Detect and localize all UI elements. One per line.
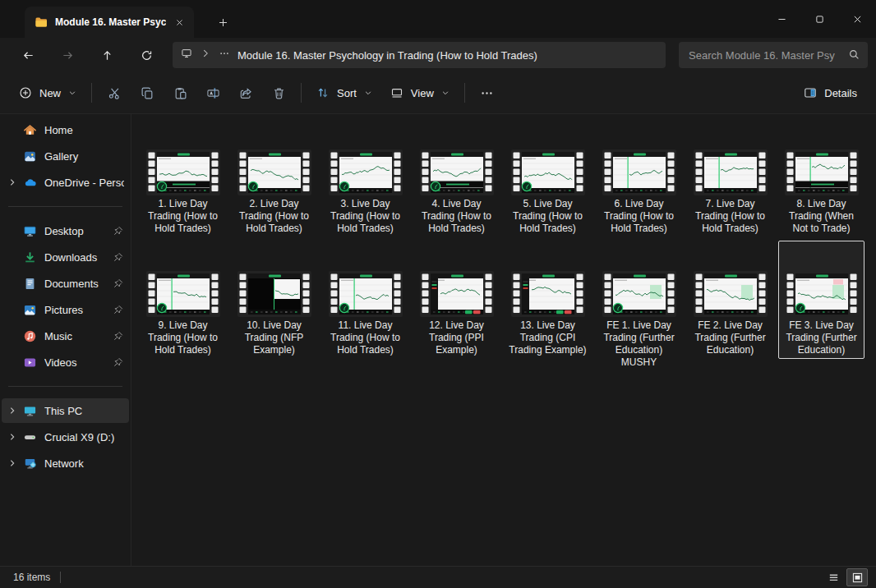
search-icon[interactable] [848,48,860,61]
file-item-15[interactable]: FE 2. Live Day Trading (Further Educatio… [687,241,773,359]
command-bar: New Sort View [0,72,876,114]
video-thumbnail [237,241,311,317]
file-label: 5. Live Day Trading (How to Hold Trades) [509,198,588,237]
cut-button[interactable] [98,78,131,108]
toolbar-divider [91,83,92,103]
sidebar-item-pictures[interactable]: Pictures [2,297,129,322]
share-button[interactable] [229,78,262,108]
file-item-14[interactable]: FE 1. Live Day Trading (Further Educatio… [596,241,682,371]
minimize-button[interactable] [763,0,800,38]
file-item-5[interactable]: 5. Live Day Trading (How to Hold Trades) [505,119,591,237]
video-thumbnail [694,120,768,195]
network-icon [23,457,37,471]
details-view-toggle[interactable] [823,568,844,586]
file-label: FE 2. Live Day Trading (Further Educatio… [691,319,770,358]
file-item-13[interactable]: 13. Live Day Trading (CPI Trading Exampl… [505,241,591,359]
search-box [679,42,868,68]
gallery-icon [23,149,37,163]
details-button[interactable]: Details [795,78,866,108]
sort-button-label: Sort [337,87,357,99]
file-item-7[interactable]: 7. Live Day Trading (How to Hold Trades) [687,119,773,237]
sidebar-item-documents[interactable]: Documents [2,271,129,296]
file-item-1[interactable]: 1. Live Day Trading (How to Hold Trades) [140,119,226,237]
sidebar-item-desktop[interactable]: Desktop [2,218,129,243]
search-input[interactable] [679,42,868,68]
status-divider [60,572,61,583]
current-path[interactable]: Module 16. Master Psychology in Trading … [237,49,537,62]
this-pc-icon[interactable] [181,48,192,62]
sidebar-item-label: Downloads [44,251,113,264]
video-thumbnail [329,120,403,195]
file-item-8[interactable]: 8. Live Day Trading (When Not to Trade) [778,119,864,237]
sidebar-item-label: Pictures [44,304,113,316]
file-item-11[interactable]: 11. Live Day Trading (How to Hold Trades… [322,241,408,359]
file-list-area[interactable]: 1. Live Day Trading (How to Hold Trades)… [131,114,876,566]
sidebar-item-label: Documents [44,278,113,290]
video-thumbnail [420,120,494,195]
chevron-right-icon[interactable] [2,178,23,186]
documents-icon [23,277,37,291]
file-item-10[interactable]: 10. Live Day Trading (NFP Example) [231,241,317,359]
forward-button[interactable] [52,42,83,68]
tab-title: Module 16. Master Psychology [55,16,166,28]
explorer-tab[interactable]: Module 16. Master Psychology [25,7,194,38]
sidebar-item-network[interactable]: Network [2,451,129,475]
sidebar-item-onedrive-persona[interactable]: OneDrive - Persona [2,170,129,195]
sort-button[interactable]: Sort [307,78,381,108]
chevron-right-icon[interactable] [2,407,23,415]
maximize-button[interactable] [800,0,838,38]
file-item-12[interactable]: 12. Live Day Trading (PPI Example) [413,241,500,359]
collapsed-path-button[interactable] [219,48,230,62]
file-item-3[interactable]: 3. Live Day Trading (How to Hold Trades) [322,119,408,237]
sidebar-item-music[interactable]: Music [2,324,129,348]
pin-icon [113,251,124,263]
file-label: 4. Live Day Trading (How to Hold Trades) [417,198,496,237]
video-thumbnail [237,120,311,195]
view-button[interactable]: View [381,78,459,108]
thumbnail-view-toggle[interactable] [846,568,868,586]
onedrive-icon [23,176,37,190]
sidebar-item-home[interactable]: Home [2,117,129,142]
refresh-button[interactable] [131,42,162,68]
home-icon [23,123,37,137]
close-button[interactable] [838,0,876,38]
status-bar: 16 items [0,566,876,588]
new-button[interactable]: New [10,78,85,108]
file-item-2[interactable]: 2. Live Day Trading (How to Hold Trades) [231,119,317,237]
breadcrumb[interactable]: Module 16. Master Psychology in Trading … [173,42,666,68]
address-bar: Module 16. Master Psychology in Trading … [0,38,876,72]
file-label: 10. Live Day Trading (NFP Example) [235,319,314,358]
file-item-4[interactable]: 4. Live Day Trading (How to Hold Trades) [413,119,500,237]
sidebar-item-crucial-x9-d[interactable]: Crucial X9 (D:) [2,425,129,449]
back-button[interactable] [12,42,44,68]
rename-button[interactable] [196,78,229,108]
file-label: 11. Live Day Trading (How to Hold Trades… [326,319,405,358]
file-item-16[interactable]: FE 3. Live Day Trading (Further Educatio… [778,241,864,359]
file-item-6[interactable]: 6. Live Day Trading (How to Hold Trades) [596,119,682,237]
sidebar-item-downloads[interactable]: Downloads [2,245,129,269]
video-thumbnail [511,120,585,195]
copy-button[interactable] [131,78,164,108]
sidebar-item-this-pc[interactable]: This PC [2,398,129,423]
file-label: 6. Live Day Trading (How to Hold Trades) [600,198,679,237]
paste-button[interactable] [164,78,196,108]
video-thumbnail [420,241,494,317]
chevron-down-icon [441,87,450,99]
video-thumbnail [146,241,220,317]
file-item-9[interactable]: 9. Live Day Trading (How to Hold Trades) [140,241,226,359]
view-button-label: View [411,87,434,99]
new-tab-button[interactable] [210,11,235,34]
file-label: FE 1. Live Day Trading (Further Educatio… [600,319,679,370]
up-button[interactable] [91,42,122,68]
chevron-right-icon[interactable] [2,459,23,467]
chevron-right-icon[interactable] [2,433,23,441]
video-thumbnail [785,120,859,195]
tab-close-button[interactable] [169,12,189,32]
sidebar-item-gallery[interactable]: Gallery [2,144,129,168]
sidebar-item-label: Music [44,330,113,342]
see-more-button[interactable] [471,78,504,108]
folder-icon [35,16,48,29]
sidebar-item-videos[interactable]: Videos [2,350,129,374]
delete-button[interactable] [262,78,295,108]
file-label: 9. Live Day Trading (How to Hold Trades) [144,319,223,358]
